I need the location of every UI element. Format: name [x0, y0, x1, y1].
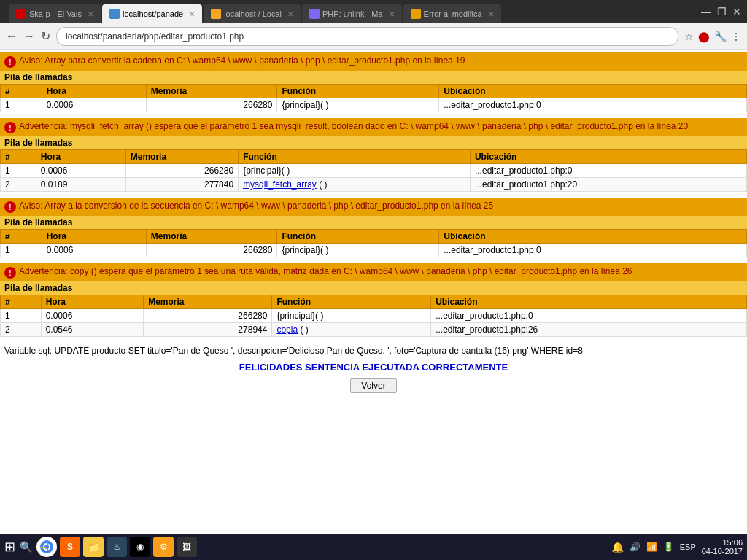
- taskbar-files-icon[interactable]: 📁: [83, 537, 104, 557]
- tab-label-error-modifica: Error al modifica: [424, 9, 482, 18]
- stack-header-2: Pila de llamadas: [0, 136, 747, 149]
- cell-num: 2: [1, 323, 42, 337]
- sql-text: Variable sql: UPDATE producto SET titulo…: [0, 343, 747, 359]
- taskbar-photo-icon[interactable]: 🖼: [177, 537, 197, 557]
- taskbar-right: 🔔 🔊 📶 🔋 ESP 15:06 04-10-2017: [611, 538, 743, 556]
- error-message-1: Aviso: Array para convertir la cadena en…: [19, 55, 743, 66]
- taskbar-time-display: 15:06: [722, 538, 743, 547]
- mysqli-fetch-array-link[interactable]: mysqli_fetch_array: [243, 179, 317, 190]
- cell-memoria: 266280: [125, 164, 238, 178]
- taskbar-chrome-icon[interactable]: [36, 537, 57, 557]
- stack-header-4: Pila de llamadas: [0, 281, 747, 295]
- col-hora-2: Hora: [36, 150, 125, 164]
- col-funcion-1: Función: [277, 85, 439, 98]
- taskbar-overwatch-icon[interactable]: ⚙: [153, 537, 174, 557]
- start-button[interactable]: ⊞: [4, 539, 15, 555]
- error-header-3: ! Aviso: Array a la conversión de la sec…: [0, 198, 747, 216]
- address-input[interactable]: [56, 27, 678, 46]
- table-row: 1 0.0006 266280 {principal}( ) ...editar…: [1, 309, 747, 323]
- tab-php-unlink[interactable]: PHP: unlink - Ma ✕: [302, 4, 402, 23]
- cell-funcion: {principal}( ): [277, 98, 439, 112]
- taskbar-pinned-apps: S 📁 ♨ ◉ ⚙ 🖼: [36, 537, 197, 557]
- col-memoria-3: Memoria: [146, 230, 277, 244]
- cell-ubicacion: ...editar_producto1.php:0: [431, 309, 747, 323]
- error-table-1: # Hora Memoria Función Ubicación 1 0.000…: [0, 84, 747, 112]
- error-table-3: # Hora Memoria Función Ubicación 1 0.000…: [0, 229, 747, 257]
- tab-skap[interactable]: Ska-p - El Vals ✕: [9, 4, 101, 23]
- tab-close-skap[interactable]: ✕: [88, 10, 93, 18]
- refresh-button[interactable]: ↻: [41, 29, 50, 43]
- tab-close-php-unlink[interactable]: ✕: [389, 10, 395, 18]
- tab-icon-php-unlink: [309, 9, 320, 19]
- cell-funcion: copia ( ): [272, 323, 431, 337]
- table-row: 2 0.0546 278944 copia ( ) ...editar_prod…: [1, 323, 747, 337]
- copia-link[interactable]: copia: [276, 324, 298, 335]
- cell-memoria: 266280: [144, 309, 272, 323]
- cell-funcion: mysqli_fetch_array ( ): [239, 178, 471, 192]
- cell-num: 1: [1, 309, 42, 323]
- browser-window: Ska-p - El Vals ✕ localhost/panade ✕ loc…: [0, 0, 747, 560]
- search-icon[interactable]: 🔍: [20, 541, 32, 553]
- error-block-3: ! Aviso: Array a la conversión de la sec…: [0, 198, 747, 257]
- cell-funcion: {principal}( ): [272, 309, 431, 323]
- tab-icon-skap: [16, 9, 26, 19]
- cell-memoria: 277840: [125, 178, 238, 192]
- tab-bar: Ska-p - El Vals ✕ localhost/panade ✕ loc…: [9, 0, 692, 23]
- browser-toolbar-icons: ☆ ⬤ 🔧 ⋮: [684, 31, 741, 42]
- tab-icon-localhost-panade: [109, 9, 120, 19]
- error-icon-3: !: [4, 201, 16, 213]
- title-bar: Ska-p - El Vals ✕ localhost/panade ✕ loc…: [0, 0, 747, 23]
- bookmark-icon[interactable]: ☆: [684, 31, 694, 42]
- col-num-2: #: [1, 150, 36, 164]
- window-controls: — ❐ ✕: [701, 6, 741, 18]
- error-header-4: ! Advertencia: copy () espera que el par…: [0, 263, 747, 281]
- cell-memoria: 266280: [146, 98, 277, 112]
- tab-localhost-local[interactable]: localhost / Local ✕: [204, 4, 301, 23]
- taskbar-volume-icon[interactable]: 🔊: [630, 542, 640, 552]
- cell-ubicacion: ...editar_producto1.php:0: [439, 244, 747, 257]
- col-ubicacion-1: Ubicación: [439, 85, 747, 98]
- error-table-2: # Hora Memoria Función Ubicación 1 0.000…: [0, 149, 747, 192]
- col-hora-3: Hora: [42, 230, 146, 244]
- taskbar-sublime-icon[interactable]: S: [60, 537, 80, 557]
- error-icon-2: !: [4, 122, 16, 133]
- tab-close-localhost-panade[interactable]: ✕: [189, 10, 195, 18]
- cell-funcion: {principal}( ): [277, 244, 439, 257]
- col-memoria-2: Memoria: [125, 150, 238, 164]
- cell-funcion: {principal}( ): [239, 164, 471, 178]
- tab-error-modifica[interactable]: Error al modifica ✕: [403, 4, 501, 23]
- error-table-4: # Hora Memoria Función Ubicación 1 0.000…: [0, 295, 747, 337]
- maximize-button[interactable]: ❐: [717, 6, 727, 18]
- volver-button[interactable]: Volver: [350, 378, 396, 393]
- tab-localhost-panade[interactable]: localhost/panade ✕: [102, 4, 202, 23]
- cell-memoria: 266280: [146, 244, 277, 257]
- col-funcion-3: Función: [277, 230, 439, 244]
- col-hora-1: Hora: [42, 85, 146, 98]
- table-row: 1 0.0006 266280 {principal}( ) ...editar…: [1, 244, 747, 257]
- minimize-button[interactable]: —: [701, 6, 711, 18]
- col-funcion-2: Función: [239, 150, 471, 164]
- error-block-2: ! Advertencia: mysqli_fetch_array () esp…: [0, 118, 747, 192]
- taskbar-steam-icon[interactable]: ♨: [107, 537, 127, 557]
- close-button[interactable]: ✕: [732, 6, 741, 18]
- back-button[interactable]: ←: [6, 30, 18, 43]
- page-content: ! Aviso: Array para convertir la cadena …: [0, 50, 747, 534]
- table-row: 1 0.0006 266280 {principal}( ) ...editar…: [1, 164, 747, 178]
- cell-ubicacion: ...editar_producto1.php:0: [470, 164, 746, 178]
- taskbar: ⊞ 🔍 S 📁: [0, 534, 747, 560]
- taskbar-ue4-icon[interactable]: ◉: [130, 537, 150, 557]
- taskbar-network-icon[interactable]: 📶: [646, 542, 657, 552]
- tab-close-error-modifica[interactable]: ✕: [488, 10, 494, 18]
- tab-close-localhost-local[interactable]: ✕: [287, 10, 293, 18]
- stack-header-3: Pila de llamadas: [0, 216, 747, 229]
- opera-icon[interactable]: ⬤: [698, 31, 710, 42]
- error-header-1: ! Aviso: Array para convertir la cadena …: [0, 52, 747, 71]
- cell-ubicacion: ...editar_producto1.php:0: [439, 98, 747, 112]
- forward-button[interactable]: →: [23, 30, 35, 43]
- taskbar-battery-icon[interactable]: 🔋: [663, 542, 674, 552]
- menu-icon[interactable]: ⋮: [731, 31, 741, 42]
- taskbar-notification-icon[interactable]: 🔔: [611, 541, 624, 553]
- stack-header-1: Pila de llamadas: [0, 71, 747, 84]
- extensions-icon[interactable]: 🔧: [714, 31, 727, 42]
- col-ubicacion-4: Ubicación: [431, 295, 747, 309]
